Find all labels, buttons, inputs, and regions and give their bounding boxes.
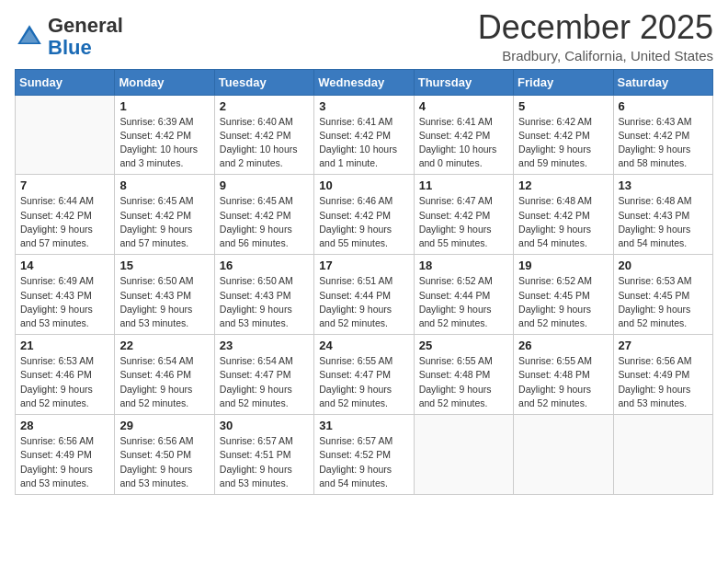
calendar-cell: 31Sunrise: 6:57 AM Sunset: 4:52 PM Dayli… — [314, 415, 414, 495]
calendar-week-3: 14Sunrise: 6:49 AM Sunset: 4:43 PM Dayli… — [16, 255, 713, 335]
day-info: Sunrise: 6:52 AM Sunset: 4:44 PM Dayligh… — [419, 274, 508, 330]
day-number: 25 — [419, 339, 508, 352]
calendar-week-4: 21Sunrise: 6:53 AM Sunset: 4:46 PM Dayli… — [16, 335, 713, 415]
calendar-cell: 10Sunrise: 6:46 AM Sunset: 4:42 PM Dayli… — [314, 175, 414, 255]
calendar-cell: 25Sunrise: 6:55 AM Sunset: 4:48 PM Dayli… — [414, 335, 513, 415]
calendar-cell: 5Sunrise: 6:42 AM Sunset: 4:42 PM Daylig… — [514, 95, 613, 175]
day-number: 18 — [419, 259, 508, 272]
weekday-header-thursday: Thursday — [414, 69, 513, 95]
day-info: Sunrise: 6:50 AM Sunset: 4:43 PM Dayligh… — [119, 274, 209, 330]
calendar-cell: 16Sunrise: 6:50 AM Sunset: 4:43 PM Dayli… — [214, 255, 313, 335]
day-info: Sunrise: 6:44 AM Sunset: 4:42 PM Dayligh… — [20, 194, 109, 250]
calendar-cell: 12Sunrise: 6:48 AM Sunset: 4:42 PM Dayli… — [514, 175, 613, 255]
calendar-cell: 6Sunrise: 6:43 AM Sunset: 4:42 PM Daylig… — [613, 95, 712, 175]
day-number: 30 — [220, 419, 309, 432]
day-number: 15 — [119, 259, 209, 272]
day-info: Sunrise: 6:56 AM Sunset: 4:50 PM Dayligh… — [119, 434, 209, 490]
day-info: Sunrise: 6:47 AM Sunset: 4:42 PM Dayligh… — [419, 194, 508, 250]
calendar-cell: 28Sunrise: 6:56 AM Sunset: 4:49 PM Dayli… — [16, 415, 115, 495]
day-number: 26 — [518, 339, 608, 352]
day-number: 23 — [220, 339, 309, 352]
day-info: Sunrise: 6:42 AM Sunset: 4:42 PM Dayligh… — [518, 115, 608, 171]
day-number: 5 — [518, 99, 608, 113]
day-number: 31 — [319, 419, 408, 432]
month-title: December 2025 — [478, 9, 713, 46]
logo-text: General Blue — [48, 15, 123, 59]
calendar-cell — [414, 415, 513, 495]
calendar-cell: 24Sunrise: 6:55 AM Sunset: 4:47 PM Dayli… — [314, 335, 414, 415]
calendar-cell: 9Sunrise: 6:45 AM Sunset: 4:42 PM Daylig… — [214, 175, 313, 255]
logo-icon — [15, 22, 44, 52]
day-number: 24 — [319, 339, 408, 352]
day-info: Sunrise: 6:41 AM Sunset: 4:42 PM Dayligh… — [419, 115, 508, 171]
day-info: Sunrise: 6:48 AM Sunset: 4:42 PM Dayligh… — [518, 194, 608, 250]
day-number: 17 — [319, 259, 408, 272]
calendar-cell: 2Sunrise: 6:40 AM Sunset: 4:42 PM Daylig… — [214, 95, 313, 175]
day-number: 14 — [20, 259, 109, 272]
day-number: 21 — [20, 339, 109, 352]
weekday-header-saturday: Saturday — [613, 69, 712, 95]
day-number: 16 — [220, 259, 309, 272]
day-info: Sunrise: 6:53 AM Sunset: 4:46 PM Dayligh… — [20, 354, 109, 410]
calendar-cell: 27Sunrise: 6:56 AM Sunset: 4:49 PM Dayli… — [613, 335, 712, 415]
day-number: 1 — [119, 99, 209, 113]
day-info: Sunrise: 6:54 AM Sunset: 4:47 PM Dayligh… — [220, 354, 309, 410]
calendar-cell: 14Sunrise: 6:49 AM Sunset: 4:43 PM Dayli… — [16, 255, 115, 335]
calendar-cell: 1Sunrise: 6:39 AM Sunset: 4:42 PM Daylig… — [115, 95, 214, 175]
day-info: Sunrise: 6:45 AM Sunset: 4:42 PM Dayligh… — [119, 194, 209, 250]
calendar-cell: 17Sunrise: 6:51 AM Sunset: 4:44 PM Dayli… — [314, 255, 414, 335]
day-number: 11 — [419, 178, 508, 192]
weekday-header-monday: Monday — [115, 69, 214, 95]
day-number: 12 — [518, 178, 608, 192]
calendar-cell: 18Sunrise: 6:52 AM Sunset: 4:44 PM Dayli… — [414, 255, 513, 335]
weekday-header-tuesday: Tuesday — [214, 69, 313, 95]
day-info: Sunrise: 6:51 AM Sunset: 4:44 PM Dayligh… — [319, 274, 408, 330]
day-info: Sunrise: 6:45 AM Sunset: 4:42 PM Dayligh… — [220, 194, 309, 250]
calendar-cell: 20Sunrise: 6:53 AM Sunset: 4:45 PM Dayli… — [613, 255, 712, 335]
calendar-cell: 15Sunrise: 6:50 AM Sunset: 4:43 PM Dayli… — [115, 255, 214, 335]
day-info: Sunrise: 6:54 AM Sunset: 4:46 PM Dayligh… — [119, 354, 209, 410]
day-info: Sunrise: 6:52 AM Sunset: 4:45 PM Dayligh… — [518, 274, 608, 330]
day-number: 6 — [619, 99, 708, 113]
calendar-table: SundayMondayTuesdayWednesdayThursdayFrid… — [15, 69, 713, 495]
calendar-cell: 29Sunrise: 6:56 AM Sunset: 4:50 PM Dayli… — [115, 415, 214, 495]
day-number: 3 — [319, 99, 408, 113]
logo: General Blue — [15, 15, 123, 59]
day-info: Sunrise: 6:49 AM Sunset: 4:43 PM Dayligh… — [20, 274, 109, 330]
day-info: Sunrise: 6:40 AM Sunset: 4:42 PM Dayligh… — [220, 115, 309, 171]
day-number: 22 — [119, 339, 209, 352]
calendar-cell: 23Sunrise: 6:54 AM Sunset: 4:47 PM Dayli… — [214, 335, 313, 415]
day-number: 29 — [119, 419, 209, 432]
day-info: Sunrise: 6:56 AM Sunset: 4:49 PM Dayligh… — [619, 354, 708, 410]
calendar-cell: 8Sunrise: 6:45 AM Sunset: 4:42 PM Daylig… — [115, 175, 214, 255]
day-number: 20 — [619, 259, 708, 272]
day-info: Sunrise: 6:55 AM Sunset: 4:48 PM Dayligh… — [518, 354, 608, 410]
day-number: 9 — [220, 178, 309, 192]
calendar-cell: 26Sunrise: 6:55 AM Sunset: 4:48 PM Dayli… — [514, 335, 613, 415]
page-header: General Blue December 2025 Bradbury, Cal… — [15, 9, 713, 63]
calendar-cell: 7Sunrise: 6:44 AM Sunset: 4:42 PM Daylig… — [16, 175, 115, 255]
day-number: 19 — [518, 259, 608, 272]
day-number: 8 — [119, 178, 209, 192]
day-number: 27 — [619, 339, 708, 352]
day-number: 10 — [319, 178, 408, 192]
calendar-header-row: SundayMondayTuesdayWednesdayThursdayFrid… — [16, 69, 713, 95]
day-info: Sunrise: 6:50 AM Sunset: 4:43 PM Dayligh… — [220, 274, 309, 330]
calendar-cell: 4Sunrise: 6:41 AM Sunset: 4:42 PM Daylig… — [414, 95, 513, 175]
day-info: Sunrise: 6:43 AM Sunset: 4:42 PM Dayligh… — [619, 115, 708, 171]
day-info: Sunrise: 6:55 AM Sunset: 4:48 PM Dayligh… — [419, 354, 508, 410]
calendar-week-1: 1Sunrise: 6:39 AM Sunset: 4:42 PM Daylig… — [16, 95, 713, 175]
day-info: Sunrise: 6:55 AM Sunset: 4:47 PM Dayligh… — [319, 354, 408, 410]
title-block: December 2025 Bradbury, California, Unit… — [478, 9, 713, 63]
day-info: Sunrise: 6:48 AM Sunset: 4:43 PM Dayligh… — [619, 194, 708, 250]
location: Bradbury, California, United States — [478, 48, 713, 63]
calendar-cell: 3Sunrise: 6:41 AM Sunset: 4:42 PM Daylig… — [314, 95, 414, 175]
day-info: Sunrise: 6:46 AM Sunset: 4:42 PM Dayligh… — [319, 194, 408, 250]
calendar-cell — [613, 415, 712, 495]
weekday-header-friday: Friday — [514, 69, 613, 95]
calendar-cell: 30Sunrise: 6:57 AM Sunset: 4:51 PM Dayli… — [214, 415, 313, 495]
day-info: Sunrise: 6:56 AM Sunset: 4:49 PM Dayligh… — [20, 434, 109, 490]
day-number: 2 — [220, 99, 309, 113]
calendar-cell: 21Sunrise: 6:53 AM Sunset: 4:46 PM Dayli… — [16, 335, 115, 415]
day-info: Sunrise: 6:41 AM Sunset: 4:42 PM Dayligh… — [319, 115, 408, 171]
